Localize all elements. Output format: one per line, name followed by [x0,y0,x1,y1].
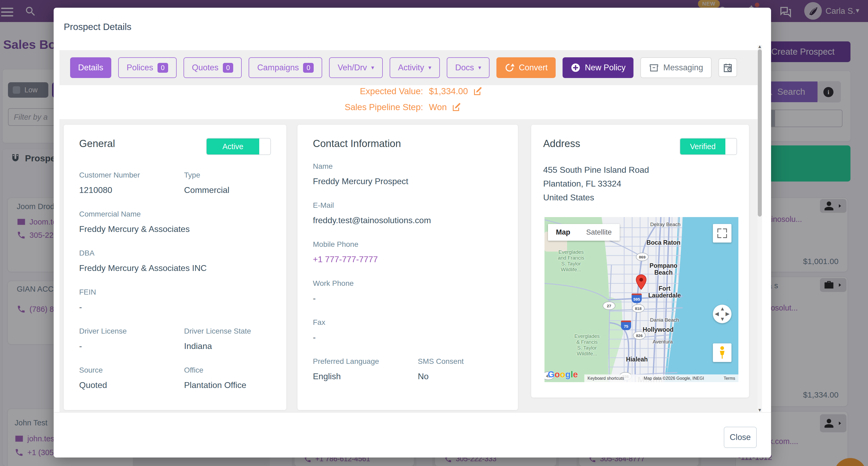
new-policy-button[interactable]: New Policy [563,57,633,78]
caret-down-icon: ▾ [428,64,431,71]
keyboard-shortcuts-link[interactable]: Keyboard shortcuts [584,374,627,382]
pan-control[interactable]: ▲ ▼ ◀ ▶ [713,305,732,323]
office-label: Office [184,366,271,374]
map-label: Boca Raton [647,239,680,246]
name-label: Name [313,162,502,171]
driver-license-state-label: Driver License State [184,327,271,335]
work-phone-label: Work Phone [313,279,502,288]
convert-icon [504,63,515,73]
tab-campaigns[interactable]: Campaigns 0 [249,57,322,78]
caret-down-icon: ▾ [371,64,374,71]
map-data-attribution: Map data ©2026 Google, INEGI [627,374,721,382]
tab-docs[interactable]: Docs ▾ [447,57,490,78]
map-label: Everglades and Francis S. Taylor Wildlif… [558,249,584,272]
dba-label: DBA [79,249,271,258]
tab-label: Details [78,63,103,72]
driver-license-label: Driver License [79,327,184,335]
tab-label: Activity [398,63,424,72]
google-logo[interactable]: Google [548,369,578,379]
pegman-button[interactable] [713,343,732,362]
customer-number-value: 1210080 [79,185,184,195]
edit-icon[interactable] [473,86,483,96]
scroll-down-icon[interactable]: ▼ [757,408,762,413]
address-title: Address [543,138,580,149]
road-shield: 27 [603,301,615,310]
modal-title: Prospect Details [64,22,131,32]
tab-veh-drv[interactable]: Veh/Drv ▾ [329,57,382,78]
dba-value: Freddy Mercury & Associates INC [79,263,271,273]
map-type-satellite-button[interactable]: Satellite [578,224,620,241]
contact-title: Contact Information [313,138,401,149]
tab-quotes[interactable]: Quotes 0 [184,57,242,78]
sms-consent-label: SMS Consent [418,357,502,366]
tab-polices[interactable]: Polices 0 [118,57,177,78]
driver-license-value: - [79,341,184,351]
messaging-label: Messaging [663,63,703,72]
terms-link[interactable]: Terms [720,374,738,382]
verified-toggle[interactable]: Verified [680,138,737,155]
map-attribution: Keyboard shortcuts Map data ©2026 Google… [584,374,738,382]
address-line1: 455 South Pine Island Road [543,163,737,177]
convert-label: Convert [519,63,548,72]
caret-down-icon: ▾ [478,64,481,71]
calendar-button[interactable] [718,58,737,77]
pan-up-icon[interactable]: ▲ [720,306,725,312]
pan-left-icon[interactable]: ◀ [715,310,719,317]
modal-footer: Close [54,412,771,458]
map-label: Pompano Beach [650,262,678,276]
email-label: E-Mail [313,201,502,210]
active-toggle-off-segment[interactable] [259,138,270,155]
verified-toggle-off-segment[interactable] [725,138,737,155]
road-shield: 595 [631,294,642,303]
fein-value: - [79,302,271,312]
road-shield: 75 [621,321,631,330]
pegman-icon [716,346,728,360]
tab-details[interactable]: Details [70,57,111,78]
map-type-map-button[interactable]: Map [548,224,578,241]
active-toggle[interactable]: Active [206,138,271,155]
mobile-phone-value[interactable]: +1 777-777-7777 [313,255,502,264]
work-phone-value: - [313,294,502,303]
active-toggle-label: Active [207,138,259,155]
road-shield: 818 [632,304,645,312]
tab-label: Campaigns [257,63,299,72]
type-value: Commercial [184,185,271,195]
fax-label: Fax [313,318,502,327]
preferred-language-label: Preferred Language [313,357,418,366]
pan-down-icon[interactable]: ▼ [720,316,725,322]
verified-toggle-label: Verified [680,138,725,155]
source-value: Quoted [79,380,184,390]
map-marker[interactable] [636,274,647,291]
address-line3: United States [543,191,737,204]
new-policy-label: New Policy [585,63,625,72]
expected-value: $1,334.00 [429,86,468,96]
map-label: Fort Lauderdale [648,285,681,299]
modal-scrollbar[interactable]: ▲ ▼ [757,45,762,412]
fein-label: FEIN [79,288,271,296]
google-map[interactable]: Delray BeachBoca RatonEverglades and Fra… [545,217,738,382]
tab-badge: 0 [223,63,234,73]
sms-consent-value: No [418,371,502,381]
map-label: Delray Beach [650,222,680,227]
tab-activity[interactable]: Activity ▾ [390,57,440,78]
calendar-clock-icon [722,62,733,73]
pipeline-step-label: Sales Pipeline Step: [293,102,423,112]
map-label: Dania Beach [650,317,679,323]
convert-button[interactable]: Convert [496,57,556,78]
fullscreen-button[interactable] [713,224,732,242]
expected-value-label: Expected Value: [293,86,423,96]
messaging-button[interactable]: Messaging [640,57,712,78]
scroll-up-icon[interactable]: ▲ [757,44,762,49]
scrollbar-thumb[interactable] [758,49,762,217]
type-label: Type [184,171,271,179]
fullscreen-icon [717,229,727,238]
pan-right-icon[interactable]: ▶ [725,310,730,317]
summary-block: Expected Value: $1,334.00 Sales Pipeline… [60,86,758,118]
inbox-icon [649,63,659,73]
mobile-phone-label: Mobile Phone [313,240,502,249]
screen: NEW Carla S. ▾ Sales Boa Low Prospe Joom… [0,0,868,466]
tab-label: Docs [455,63,474,72]
tab-label: Polices [127,63,153,72]
close-button[interactable]: Close [724,427,757,448]
edit-icon[interactable] [452,102,462,112]
